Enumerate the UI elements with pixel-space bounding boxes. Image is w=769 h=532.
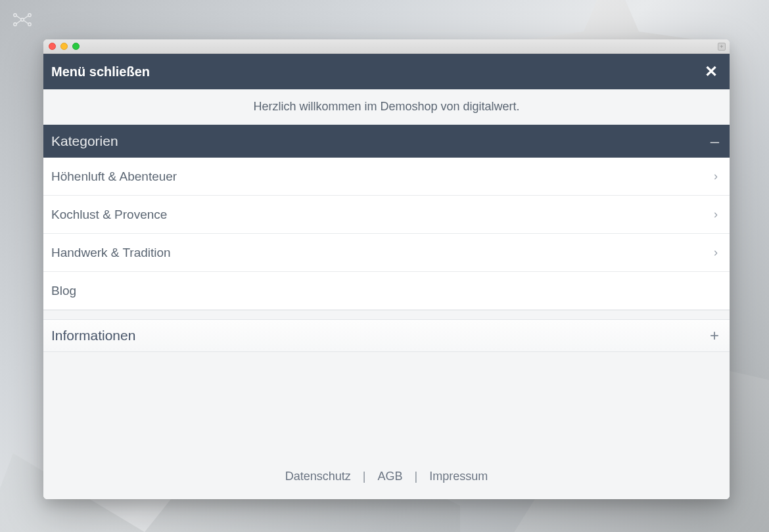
footer-link-impressum[interactable]: Impressum [429,470,488,483]
menu-close-label[interactable]: Menü schließen [51,64,150,79]
close-icon[interactable]: ✕ [705,64,718,79]
chevron-right-icon: › [714,169,718,183]
browser-window: + Menü schließen ✕ Herzlich willkommen i… [43,39,730,499]
svg-point-1 [14,23,16,26]
svg-point-4 [28,23,31,26]
category-item[interactable]: Handwerk & Tradition › [43,234,730,272]
category-label: Blog [51,284,76,298]
category-label: Höhenluft & Abenteuer [51,169,177,184]
chevron-right-icon: › [714,208,718,221]
section-title: Kategorien [51,133,118,149]
svg-line-6 [16,20,21,24]
welcome-banner: Herzlich willkommen im Demoshop von digi… [43,89,730,125]
chevron-right-icon: › [714,246,718,259]
footer-links: Datenschutz | AGB | Impressum [43,458,730,499]
category-item[interactable]: Kochlust & Provence › [43,196,730,234]
footer-separator: | [415,470,418,483]
svg-point-0 [14,14,16,16]
expand-icon: + [710,326,719,345]
menu-header: Menü schließen ✕ [43,54,730,89]
window-expand-button[interactable]: + [718,43,726,51]
window-minimize-button[interactable] [60,43,68,50]
window-zoom-button[interactable] [72,43,80,50]
section-gap [43,310,730,319]
collapse-icon: – [711,132,719,150]
window-titlebar: + [43,39,730,54]
svg-line-7 [24,16,28,19]
svg-point-3 [28,14,31,16]
section-header-categories[interactable]: Kategorien – [43,125,730,158]
svg-line-5 [16,16,21,19]
svg-point-2 [21,18,24,21]
category-label: Handwerk & Tradition [51,246,171,260]
footer-link-datenschutz[interactable]: Datenschutz [285,470,351,483]
category-item[interactable]: Blog [43,272,730,310]
window-close-button[interactable] [49,43,56,50]
section-header-information[interactable]: Informationen + [43,319,730,352]
footer-separator: | [363,470,366,483]
section-title: Informationen [51,328,135,344]
category-label: Kochlust & Provence [51,208,167,222]
footer-link-agb[interactable]: AGB [378,470,403,483]
app-logo-icon [12,12,32,28]
svg-line-8 [24,20,28,24]
category-list: Höhenluft & Abenteuer › Kochlust & Prove… [43,158,730,310]
category-item[interactable]: Höhenluft & Abenteuer › [43,158,730,196]
